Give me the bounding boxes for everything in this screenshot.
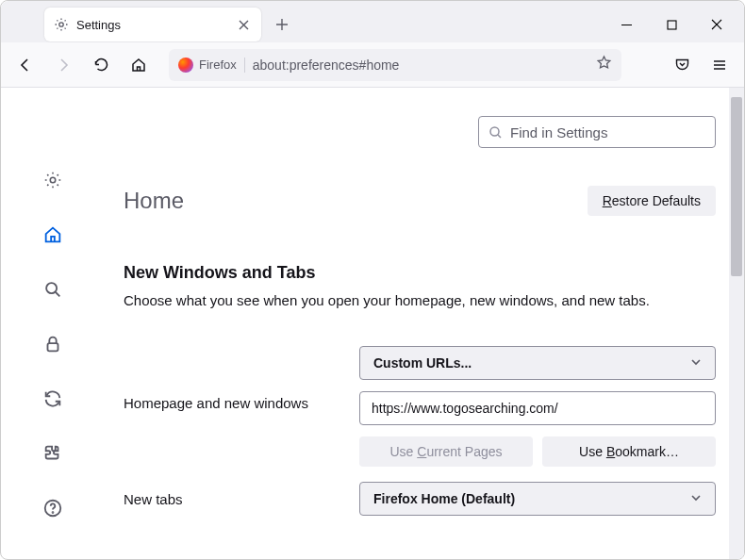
url-bar[interactable]: Firefox about:preferences#home xyxy=(169,49,621,81)
svg-point-2 xyxy=(50,177,56,183)
svg-point-6 xyxy=(53,512,54,513)
homepage-mode-dropdown[interactable]: Custom URLs... xyxy=(359,346,716,380)
svg-point-7 xyxy=(490,127,499,136)
new-tab-button[interactable] xyxy=(267,9,297,40)
sidebar-item-help[interactable] xyxy=(36,491,70,525)
homepage-label: Homepage and new windows xyxy=(124,346,340,411)
browser-tab[interactable]: Settings xyxy=(44,8,261,41)
window-close-button[interactable] xyxy=(695,9,738,40)
forward-button[interactable] xyxy=(48,50,78,80)
find-settings-placeholder: Find in Settings xyxy=(510,124,607,140)
svg-point-0 xyxy=(59,23,63,26)
chevron-down-icon xyxy=(690,355,702,371)
save-to-pocket-button[interactable] xyxy=(667,50,697,80)
firefox-logo-icon xyxy=(178,58,193,73)
app-menu-button[interactable] xyxy=(704,50,735,80)
sidebar-item-search[interactable] xyxy=(36,272,70,306)
newtabs-value: Firefox Home (Default) xyxy=(373,491,515,506)
newtabs-label: New tabs xyxy=(124,491,340,507)
maximize-button[interactable] xyxy=(650,9,693,40)
use-bookmark-button[interactable]: Use Bookmark… xyxy=(542,436,716,467)
back-button[interactable] xyxy=(10,50,41,80)
sidebar-item-home[interactable] xyxy=(36,218,70,252)
restore-defaults-button[interactable]: Restore Defaults xyxy=(588,186,716,216)
section-heading: New Windows and Tabs xyxy=(124,263,716,283)
sidebar-item-sync[interactable] xyxy=(36,382,70,416)
use-current-pages-button[interactable]: Use Current Pages xyxy=(359,436,533,467)
homepage-url-input[interactable] xyxy=(359,391,716,425)
tab-bar: Settings xyxy=(1,1,744,42)
minimize-button[interactable] xyxy=(604,9,648,40)
reload-button[interactable] xyxy=(86,50,116,80)
identity-box[interactable]: Firefox xyxy=(178,58,245,73)
page-title: Home xyxy=(124,188,184,214)
url-text: about:preferences#home xyxy=(253,58,588,73)
section-description: Choose what you see when you open your h… xyxy=(124,292,716,308)
newtabs-dropdown[interactable]: Firefox Home (Default) xyxy=(359,482,716,516)
sidebar-item-privacy[interactable] xyxy=(36,327,70,361)
bookmark-star-icon[interactable] xyxy=(596,55,612,74)
navigation-toolbar: Firefox about:preferences#home xyxy=(1,42,744,88)
search-icon xyxy=(488,125,503,140)
chevron-down-icon xyxy=(690,491,702,506)
home-button[interactable] xyxy=(124,50,154,80)
find-settings-input[interactable]: Find in Settings xyxy=(478,116,716,148)
svg-rect-1 xyxy=(668,21,676,29)
settings-sidebar xyxy=(1,88,105,559)
identity-label: Firefox xyxy=(199,58,237,72)
close-tab-button[interactable] xyxy=(235,16,252,33)
settings-main: Find in Settings Home Restore Defaults N… xyxy=(105,88,744,559)
sidebar-item-general[interactable] xyxy=(36,163,70,197)
svg-rect-4 xyxy=(48,343,58,351)
scrollbar-track[interactable] xyxy=(729,88,744,559)
svg-point-3 xyxy=(46,283,57,293)
tab-title: Settings xyxy=(76,18,227,32)
scrollbar-thumb[interactable] xyxy=(731,97,742,276)
homepage-mode-value: Custom URLs... xyxy=(373,355,472,371)
gear-icon xyxy=(54,17,69,32)
sidebar-item-extensions[interactable] xyxy=(36,436,70,470)
